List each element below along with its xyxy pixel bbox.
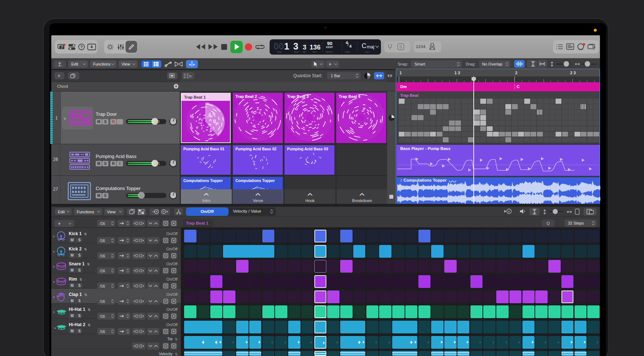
- svg-text:R: R: [508, 210, 510, 213]
- svg-text:S: S: [399, 45, 402, 49]
- svg-text:R: R: [189, 75, 192, 78]
- svg-text:?: ?: [80, 45, 83, 49]
